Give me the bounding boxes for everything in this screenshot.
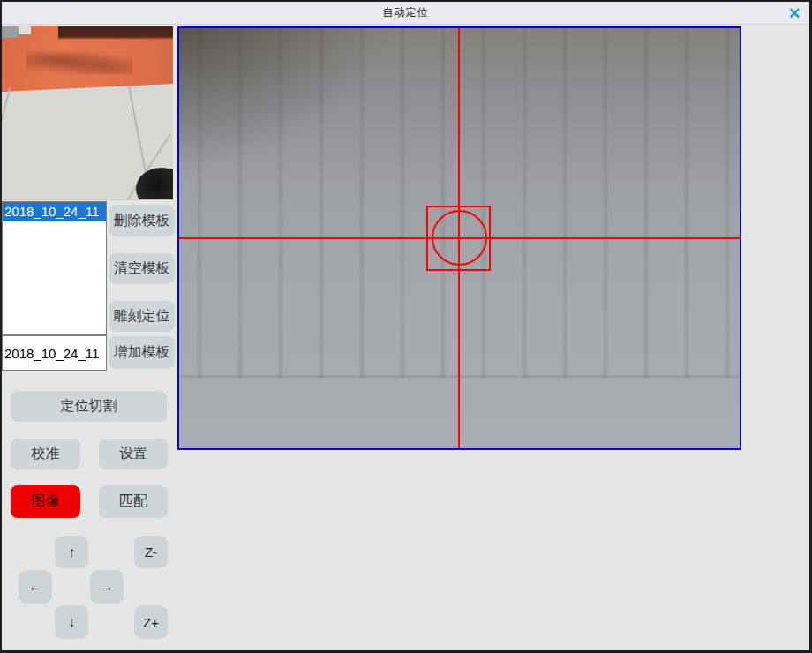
template-preview-image <box>2 26 173 200</box>
title-bar: 自动定位 ✕ <box>2 2 809 25</box>
jog-down-button[interactable]: ↓ <box>55 605 88 639</box>
position-cut-button[interactable]: 定位切割 <box>11 391 167 422</box>
jog-up-button[interactable]: ↑ <box>55 536 88 568</box>
template-name-input[interactable] <box>2 335 107 371</box>
window-title: 自动定位 <box>383 5 429 20</box>
clear-templates-button[interactable]: 清空模板 <box>109 253 175 284</box>
preview-dark-blob <box>136 168 173 200</box>
list-item[interactable]: 2018_10_24_11 <box>3 202 106 221</box>
image-button[interactable]: 图像 <box>11 485 80 518</box>
preview-gray-patch <box>2 26 19 38</box>
close-icon[interactable]: ✕ <box>785 4 804 22</box>
delete-template-button[interactable]: 删除模板 <box>109 205 175 236</box>
template-list[interactable]: 2018_10_24_11 <box>2 201 107 335</box>
preview-tile-line <box>2 88 11 142</box>
z-plus-button[interactable]: Z+ <box>134 605 168 639</box>
settings-button[interactable]: 设置 <box>99 439 168 469</box>
engrave-position-button[interactable]: 雕刻定位 <box>109 301 175 332</box>
preview-smudge <box>26 51 132 74</box>
target-circle-overlay <box>432 210 487 266</box>
camera-viewport[interactable] <box>177 26 741 450</box>
auto-position-dialog: 自动定位 ✕ 2018_10_24_11 删除模板 清空模板 雕刻定位 增加模板… <box>0 0 812 653</box>
calibrate-button[interactable]: 校准 <box>11 439 80 469</box>
preview-dark-band <box>58 26 173 40</box>
add-template-button[interactable]: 增加模板 <box>109 336 175 369</box>
preview-white-patch <box>19 26 31 34</box>
z-minus-button[interactable]: Z- <box>134 536 168 568</box>
match-button[interactable]: 匹配 <box>99 485 168 518</box>
jog-left-button[interactable]: ← <box>19 570 52 604</box>
jog-right-button[interactable]: → <box>90 570 124 604</box>
